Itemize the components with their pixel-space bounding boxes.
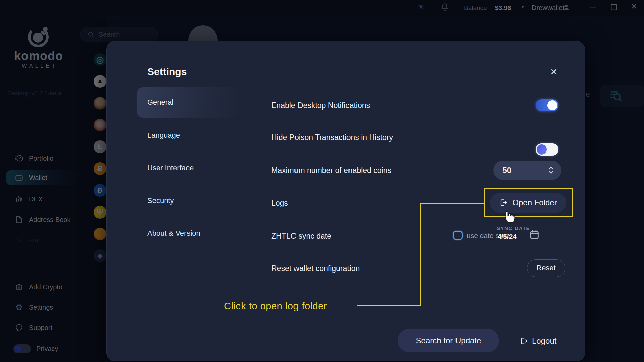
annotation-connector-vertical (420, 203, 421, 306)
toggle-knob (537, 144, 547, 155)
max-coins-stepper[interactable]: 50 (493, 161, 561, 180)
calendar-icon[interactable] (529, 229, 540, 240)
tab-security[interactable]: Security (147, 196, 174, 205)
app-window: ☀ Balance $3.96 ▾ Drewwallet — □ ✕ komod… (0, 0, 644, 362)
row-label-logs: Logs (271, 199, 288, 208)
row-label-hide-poison: Hide Poison Transactions in History (271, 133, 393, 142)
row-label-zhtlc: ZHTLC sync date (271, 232, 331, 241)
reset-button[interactable]: Reset (527, 259, 565, 277)
logout-button[interactable]: Logout (519, 334, 556, 348)
modal-title: Settings (147, 66, 187, 77)
toggle-knob (547, 100, 557, 110)
tabs-divider (261, 87, 261, 321)
sync-date-label: SYNC DATE (497, 225, 530, 231)
row-label-max-coins: Maximum number of enabled coins (271, 166, 391, 175)
reset-label: Reset (536, 264, 555, 273)
hide-poison-toggle[interactable] (536, 143, 558, 156)
desktop-notifications-toggle[interactable] (536, 99, 558, 111)
use-date-sync-checkbox[interactable] (453, 231, 463, 240)
row-label-desktop-notifications: Enable Desktop Notifications (271, 101, 370, 110)
sync-date-value: 4/5/24 (498, 233, 517, 241)
annotation-connector-top (420, 203, 484, 204)
tab-user-interface[interactable]: User Interface (147, 164, 194, 172)
stepper-chevrons-icon[interactable] (548, 165, 554, 175)
search-for-update-label: Search for Update (416, 336, 481, 345)
tab-general[interactable]: General (147, 98, 173, 107)
logout-label: Logout (532, 336, 556, 346)
tab-about-version[interactable]: About & Version (147, 229, 200, 238)
modal-close-icon[interactable]: ✕ (550, 67, 558, 77)
search-for-update-button[interactable]: Search for Update (398, 329, 499, 352)
hand-cursor (501, 208, 516, 225)
logout-icon (519, 337, 528, 345)
max-coins-value: 50 (503, 166, 512, 175)
annotation-highlight-box (484, 188, 573, 217)
row-label-reset-wallet: Reset wallet configuration (271, 264, 360, 273)
tab-language[interactable]: Language (147, 131, 180, 140)
annotation-connector-bottom (357, 305, 420, 306)
annotation-text: Click to open log folder (224, 301, 327, 312)
